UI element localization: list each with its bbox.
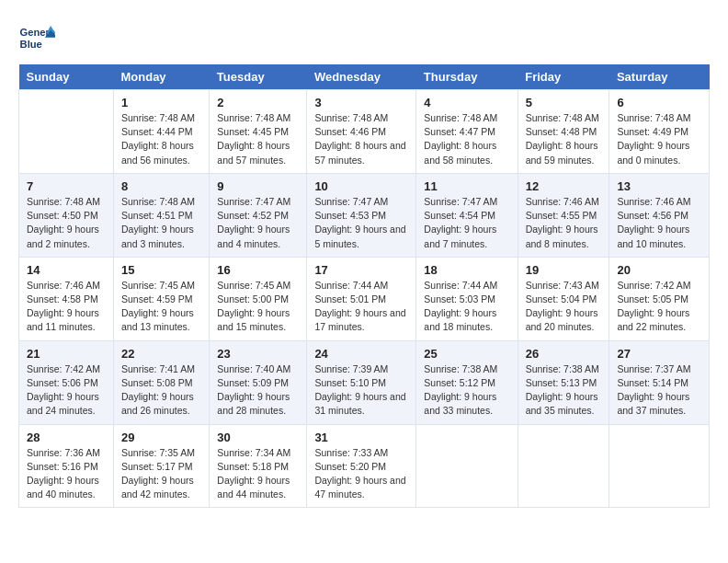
calendar-cell: 29Sunrise: 7:35 AMSunset: 5:17 PMDayligh… bbox=[113, 424, 209, 508]
date-number: 8 bbox=[121, 179, 201, 193]
calendar-header-row: SundayMondayTuesdayWednesdayThursdayFrid… bbox=[19, 64, 710, 90]
date-number: 1 bbox=[121, 96, 201, 109]
calendar-cell: 14Sunrise: 7:46 AMSunset: 4:58 PMDayligh… bbox=[19, 257, 114, 340]
calendar-cell: 16Sunrise: 7:45 AMSunset: 5:00 PMDayligh… bbox=[210, 257, 307, 340]
calendar-cell: 15Sunrise: 7:45 AMSunset: 4:59 PMDayligh… bbox=[113, 257, 209, 340]
week-row-0: 1Sunrise: 7:48 AMSunset: 4:44 PMDaylight… bbox=[19, 90, 710, 174]
calendar-cell: 11Sunrise: 7:47 AMSunset: 4:54 PMDayligh… bbox=[416, 173, 518, 257]
cell-info: Sunrise: 7:48 AMSunset: 4:49 PMDaylight:… bbox=[617, 111, 701, 167]
cell-info: Sunrise: 7:40 AMSunset: 5:09 PMDaylight:… bbox=[217, 362, 299, 419]
calendar-cell: 30Sunrise: 7:34 AMSunset: 5:18 PMDayligh… bbox=[210, 424, 307, 508]
cell-info: Sunrise: 7:44 AMSunset: 5:03 PMDaylight:… bbox=[424, 279, 509, 335]
date-number: 22 bbox=[121, 347, 201, 361]
calendar-cell: 8Sunrise: 7:48 AMSunset: 4:51 PMDaylight… bbox=[113, 173, 209, 257]
cell-info: Sunrise: 7:48 AMSunset: 4:44 PMDaylight:… bbox=[121, 111, 201, 167]
calendar-cell: 19Sunrise: 7:43 AMSunset: 5:04 PMDayligh… bbox=[518, 257, 609, 340]
calendar-cell: 22Sunrise: 7:41 AMSunset: 5:08 PMDayligh… bbox=[113, 340, 209, 424]
calendar-cell: 9Sunrise: 7:47 AMSunset: 4:52 PMDaylight… bbox=[210, 173, 307, 257]
cell-info: Sunrise: 7:34 AMSunset: 5:18 PMDaylight:… bbox=[217, 446, 299, 502]
date-number: 2 bbox=[217, 96, 299, 109]
date-number: 23 bbox=[217, 347, 299, 361]
calendar-cell: 26Sunrise: 7:38 AMSunset: 5:13 PMDayligh… bbox=[518, 340, 609, 424]
calendar-cell bbox=[416, 424, 518, 508]
date-number: 29 bbox=[121, 431, 201, 444]
calendar-cell: 3Sunrise: 7:48 AMSunset: 4:46 PMDaylight… bbox=[307, 90, 416, 174]
calendar-cell: 13Sunrise: 7:46 AMSunset: 4:56 PMDayligh… bbox=[609, 173, 710, 257]
cell-info: Sunrise: 7:38 AMSunset: 5:13 PMDaylight:… bbox=[526, 362, 602, 419]
cell-info: Sunrise: 7:45 AMSunset: 5:00 PMDaylight:… bbox=[217, 279, 299, 335]
calendar-cell: 24Sunrise: 7:39 AMSunset: 5:10 PMDayligh… bbox=[307, 340, 416, 424]
cell-info: Sunrise: 7:39 AMSunset: 5:10 PMDaylight:… bbox=[314, 362, 408, 419]
week-row-4: 28Sunrise: 7:36 AMSunset: 5:16 PMDayligh… bbox=[19, 424, 710, 508]
date-number: 28 bbox=[27, 431, 106, 444]
calendar-cell: 20Sunrise: 7:42 AMSunset: 5:05 PMDayligh… bbox=[609, 257, 710, 340]
cell-info: Sunrise: 7:46 AMSunset: 4:58 PMDaylight:… bbox=[27, 279, 106, 335]
date-number: 5 bbox=[526, 96, 602, 109]
cell-info: Sunrise: 7:48 AMSunset: 4:48 PMDaylight:… bbox=[526, 111, 602, 167]
cell-info: Sunrise: 7:47 AMSunset: 4:53 PMDaylight:… bbox=[314, 195, 408, 251]
calendar-cell: 1Sunrise: 7:48 AMSunset: 4:44 PMDaylight… bbox=[113, 90, 209, 174]
cell-info: Sunrise: 7:45 AMSunset: 4:59 PMDaylight:… bbox=[121, 279, 201, 335]
cell-info: Sunrise: 7:48 AMSunset: 4:46 PMDaylight:… bbox=[314, 111, 408, 167]
calendar-table: SundayMondayTuesdayWednesdayThursdayFrid… bbox=[18, 64, 710, 508]
date-number: 10 bbox=[314, 179, 408, 193]
date-number: 14 bbox=[27, 263, 106, 277]
cell-info: Sunrise: 7:48 AMSunset: 4:51 PMDaylight:… bbox=[121, 195, 201, 251]
calendar-cell: 18Sunrise: 7:44 AMSunset: 5:03 PMDayligh… bbox=[416, 257, 518, 340]
cell-info: Sunrise: 7:46 AMSunset: 4:55 PMDaylight:… bbox=[526, 195, 602, 251]
date-number: 24 bbox=[314, 347, 408, 361]
date-number: 27 bbox=[617, 347, 701, 361]
calendar-cell: 10Sunrise: 7:47 AMSunset: 4:53 PMDayligh… bbox=[307, 173, 416, 257]
calendar-cell: 12Sunrise: 7:46 AMSunset: 4:55 PMDayligh… bbox=[518, 173, 609, 257]
calendar-cell: 21Sunrise: 7:42 AMSunset: 5:06 PMDayligh… bbox=[19, 340, 114, 424]
date-number: 26 bbox=[526, 347, 602, 361]
date-number: 4 bbox=[424, 96, 509, 109]
date-number: 11 bbox=[424, 179, 509, 193]
date-number: 7 bbox=[27, 179, 106, 193]
page-header: General Blue bbox=[18, 18, 710, 55]
calendar-cell: 23Sunrise: 7:40 AMSunset: 5:09 PMDayligh… bbox=[210, 340, 307, 424]
cell-info: Sunrise: 7:41 AMSunset: 5:08 PMDaylight:… bbox=[121, 362, 201, 419]
header-saturday: Saturday bbox=[609, 64, 710, 90]
cell-info: Sunrise: 7:43 AMSunset: 5:04 PMDaylight:… bbox=[526, 279, 602, 335]
date-number: 13 bbox=[617, 179, 701, 193]
cell-info: Sunrise: 7:47 AMSunset: 4:54 PMDaylight:… bbox=[424, 195, 509, 251]
cell-info: Sunrise: 7:48 AMSunset: 4:50 PMDaylight:… bbox=[27, 195, 106, 251]
date-number: 3 bbox=[314, 96, 408, 109]
week-row-3: 21Sunrise: 7:42 AMSunset: 5:06 PMDayligh… bbox=[19, 340, 710, 424]
logo-icon: General Blue bbox=[18, 18, 55, 55]
cell-info: Sunrise: 7:36 AMSunset: 5:16 PMDaylight:… bbox=[27, 446, 106, 502]
header-monday: Monday bbox=[113, 64, 209, 90]
cell-info: Sunrise: 7:44 AMSunset: 5:01 PMDaylight:… bbox=[314, 279, 408, 335]
date-number: 12 bbox=[526, 179, 602, 193]
date-number: 31 bbox=[314, 431, 408, 444]
date-number: 21 bbox=[27, 347, 106, 361]
cell-info: Sunrise: 7:42 AMSunset: 5:06 PMDaylight:… bbox=[27, 362, 106, 419]
cell-info: Sunrise: 7:47 AMSunset: 4:52 PMDaylight:… bbox=[217, 195, 299, 251]
calendar-cell: 28Sunrise: 7:36 AMSunset: 5:16 PMDayligh… bbox=[19, 424, 114, 508]
calendar-cell: 6Sunrise: 7:48 AMSunset: 4:49 PMDaylight… bbox=[609, 90, 710, 174]
date-number: 20 bbox=[617, 263, 701, 277]
cell-info: Sunrise: 7:46 AMSunset: 4:56 PMDaylight:… bbox=[617, 195, 701, 251]
calendar-cell bbox=[19, 90, 114, 174]
header-thursday: Thursday bbox=[416, 64, 518, 90]
date-number: 6 bbox=[617, 96, 701, 109]
cell-info: Sunrise: 7:48 AMSunset: 4:45 PMDaylight:… bbox=[217, 111, 299, 167]
calendar-cell: 27Sunrise: 7:37 AMSunset: 5:14 PMDayligh… bbox=[609, 340, 710, 424]
calendar-cell: 4Sunrise: 7:48 AMSunset: 4:47 PMDaylight… bbox=[416, 90, 518, 174]
date-number: 15 bbox=[121, 263, 201, 277]
calendar-cell: 17Sunrise: 7:44 AMSunset: 5:01 PMDayligh… bbox=[307, 257, 416, 340]
calendar-cell bbox=[609, 424, 710, 508]
date-number: 16 bbox=[217, 263, 299, 277]
cell-info: Sunrise: 7:37 AMSunset: 5:14 PMDaylight:… bbox=[617, 362, 701, 419]
svg-text:Blue: Blue bbox=[20, 39, 42, 50]
header-sunday: Sunday bbox=[19, 64, 114, 90]
date-number: 25 bbox=[424, 347, 509, 361]
header-tuesday: Tuesday bbox=[210, 64, 307, 90]
date-number: 18 bbox=[424, 263, 509, 277]
calendar-cell: 5Sunrise: 7:48 AMSunset: 4:48 PMDaylight… bbox=[518, 90, 609, 174]
cell-info: Sunrise: 7:38 AMSunset: 5:12 PMDaylight:… bbox=[424, 362, 509, 419]
cell-info: Sunrise: 7:42 AMSunset: 5:05 PMDaylight:… bbox=[617, 279, 701, 335]
calendar-cell: 7Sunrise: 7:48 AMSunset: 4:50 PMDaylight… bbox=[19, 173, 114, 257]
date-number: 19 bbox=[526, 263, 602, 277]
